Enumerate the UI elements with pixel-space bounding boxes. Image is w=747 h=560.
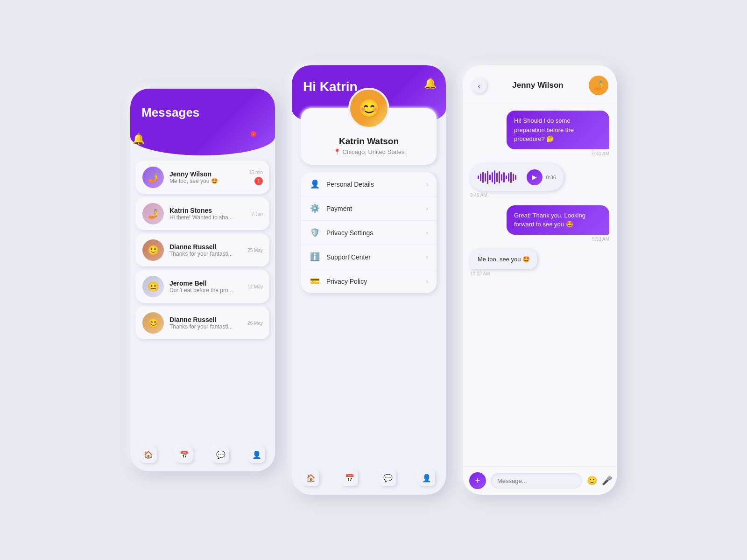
msg-info-4: Jerome Bell Don't eat before the pro... [169, 280, 242, 294]
nav-calendar-1[interactable]: 📅 [176, 446, 193, 463]
messages-list: 🤳 Jenny Wilson Me too, see you 🤩 15 min … [130, 155, 275, 440]
privacy-policy-icon: 💳 [310, 276, 320, 286]
profile-menu: 👤 Personal Details › ⚙️ Payment › 🛡️ Pri… [301, 172, 437, 293]
msg-info-1: Jenny Wilson Me too, see you 🤩 [169, 170, 243, 184]
msg-meta-1: 15 min 1 [249, 170, 263, 185]
chat-contact-name: Jenny Wilson [492, 81, 584, 90]
chat-messages: Hi! Should I do some preparation before … [463, 102, 617, 466]
msg-name-5: Dianne Russell [169, 316, 242, 323]
messages-title: Messages [141, 105, 264, 120]
message-list-item-3[interactable]: 🙂 Dianne Russell Thanks for your fantast… [136, 234, 269, 266]
profile-location: 📍 Chicago, United States [310, 148, 427, 155]
nav-profile-2[interactable]: 👤 [418, 469, 435, 486]
support-center-icon: ℹ️ [310, 252, 320, 262]
msg-time-2: 7 Jun [252, 211, 263, 217]
msg-preview-1: Me too, see you 🤩 [169, 178, 243, 184]
nav-home-1[interactable]: 🏠 [140, 446, 157, 463]
payment-icon: ⚙️ [310, 203, 320, 213]
emoji-button[interactable]: 🙂 [587, 474, 597, 488]
msg-avatar-3: 🙂 [142, 239, 164, 261]
audio-message-bubble: ▶ 0:36 [470, 164, 564, 191]
msg-name-1: Jenny Wilson [169, 170, 243, 178]
message-list-item-4[interactable]: 😐 Jerome Bell Don't eat before the pro..… [136, 270, 269, 303]
message-list-item-1[interactable]: 🤳 Jenny Wilson Me too, see you 🤩 15 min … [136, 161, 269, 194]
microphone-button[interactable]: 🎤 [602, 474, 612, 488]
msg-name-2: Katrin Stones [169, 207, 246, 214]
message-list-item-2[interactable]: 🤳 Katrin Stones Hi there! Wanted to sha.… [136, 197, 269, 230]
notification-badge: • [251, 131, 256, 137]
msg-time-4: 12 May [247, 284, 263, 289]
menu-item-support-center[interactable]: ℹ️ Support Center › [301, 245, 437, 269]
chat-phone: ‹ Jenny Wilson 🤳 Hi! Should I do some pr… [463, 65, 617, 495]
privacy-policy-label: Privacy Policy [326, 278, 420, 285]
profile-bell[interactable]: 🔔 [424, 77, 437, 90]
bottom-nav-1: 🏠 📅 💬 👤 [130, 440, 275, 471]
msg-time-1: 15 min [249, 170, 263, 175]
messages-phone: Messages 🔔 • 🤳 Jenny Wilson Me too, see … [130, 89, 275, 471]
audio-duration: 0:36 [546, 175, 556, 180]
privacy-settings-icon: 🛡️ [310, 228, 320, 238]
msg-info-3: Dianne Russell Thanks for your fantasti.… [169, 243, 242, 257]
message-4-time: 10:02 AM [470, 271, 490, 276]
support-center-label: Support Center [326, 253, 420, 261]
personal-details-label: Personal Details [326, 181, 420, 188]
attach-button[interactable]: + [469, 472, 486, 489]
msg-info-5: Dianne Russell Thanks for your fantasti.… [169, 316, 242, 330]
msg-avatar-1: 🤳 [142, 167, 164, 188]
nav-profile-1[interactable]: 👤 [248, 446, 265, 463]
message-4-bubble: Me too, see you 🤩 [470, 249, 537, 270]
back-button[interactable]: ‹ [471, 77, 487, 93]
message-1-wrap: Hi! Should I do some preparation before … [470, 111, 609, 156]
chat-input-bar: + 🙂 🎤 [463, 466, 617, 495]
privacy-settings-chevron: › [426, 229, 428, 236]
msg-meta-2: 7 Jun [252, 211, 263, 217]
message-3-bubble: Great! Thank you. Looking forward to see… [507, 205, 609, 235]
message-3-wrap: Great! Thank you. Looking forward to see… [470, 205, 609, 242]
msg-meta-3: 25 May [247, 248, 263, 253]
chat-contact-avatar: 🤳 [589, 76, 608, 95]
profile-phone: Hi Katrin 🔔 😊 Katrin Watson 📍 Chicago, U… [292, 65, 446, 495]
waveform [478, 170, 523, 184]
notification-bell[interactable]: 🔔 • [132, 133, 254, 145]
msg-preview-2: Hi there! Wanted to sha... [169, 214, 246, 221]
menu-item-payment[interactable]: ⚙️ Payment › [301, 196, 437, 221]
menu-item-personal-details[interactable]: 👤 Personal Details › [301, 172, 437, 196]
msg-name-3: Dianne Russell [169, 243, 242, 251]
message-2-wrap: ▶ 0:36 9:46 AM [470, 164, 609, 198]
chat-header: ‹ Jenny Wilson 🤳 [463, 65, 617, 102]
payment-label: Payment [326, 205, 420, 212]
message-3-time: 9:53 AM [592, 237, 609, 242]
nav-home-2[interactable]: 🏠 [303, 469, 319, 486]
msg-preview-4: Don't eat before the pro... [169, 287, 242, 294]
nav-calendar-2[interactable]: 📅 [341, 469, 358, 486]
message-input[interactable] [491, 473, 582, 489]
msg-time-5: 26 May [247, 321, 263, 326]
messages-header: Messages 🔔 • [130, 89, 275, 155]
msg-time-3: 25 May [247, 248, 263, 253]
msg-avatar-4: 😐 [142, 276, 164, 297]
profile-avatar: 😊 [348, 88, 389, 129]
location-pin-icon: 📍 [333, 148, 341, 155]
privacy-policy-chevron: › [426, 278, 428, 285]
support-center-chevron: › [426, 253, 428, 260]
bottom-nav-2: 🏠 📅 💬 👤 [292, 463, 446, 495]
message-list-item-5[interactable]: 😊 Dianne Russell Thanks for your fantast… [136, 307, 269, 339]
msg-avatar-2: 🤳 [142, 203, 164, 224]
msg-info-2: Katrin Stones Hi there! Wanted to sha... [169, 207, 246, 221]
profile-card: 😊 Katrin Watson 📍 Chicago, United States [301, 108, 437, 165]
personal-details-icon: 👤 [310, 179, 320, 189]
personal-details-chevron: › [426, 181, 428, 188]
menu-item-privacy-settings[interactable]: 🛡️ Privacy Settings › [301, 221, 437, 245]
privacy-settings-label: Privacy Settings [326, 229, 420, 237]
message-2-time: 9:46 AM [470, 193, 487, 198]
menu-item-privacy-policy[interactable]: 💳 Privacy Policy › [301, 269, 437, 293]
profile-name: Katrin Watson [310, 136, 427, 147]
msg-meta-5: 26 May [247, 321, 263, 326]
audio-play-button[interactable]: ▶ [527, 169, 543, 185]
nav-chat-1[interactable]: 💬 [212, 446, 229, 463]
payment-chevron: › [426, 205, 428, 212]
nav-chat-2[interactable]: 💬 [380, 469, 396, 486]
message-1-bubble: Hi! Should I do some preparation before … [507, 111, 609, 149]
msg-avatar-5: 😊 [142, 312, 164, 334]
msg-meta-4: 12 May [247, 284, 263, 289]
